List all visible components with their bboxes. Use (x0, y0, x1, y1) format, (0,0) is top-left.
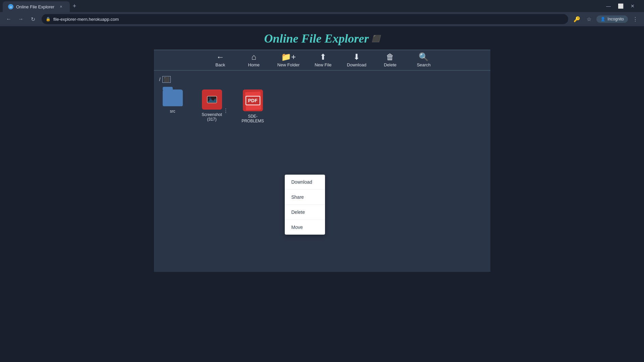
nav-controls: ← → ↻ (4, 14, 38, 24)
search-icon: 🔍 (419, 53, 429, 61)
home-label: Home (248, 62, 260, 67)
context-menu: Download Share Delete Move (285, 175, 325, 235)
search-label: Search (417, 62, 431, 67)
home-icon: ⌂ (252, 53, 257, 61)
app-title-icon: ⬛ (372, 35, 380, 43)
download-button[interactable]: ⬇ Download (346, 53, 367, 67)
tab-title: Online File Explorer (16, 4, 54, 9)
tab-bar: 🗂 Online File Explorer × + — ⬜ ✕ (0, 0, 644, 12)
download-label: Download (347, 62, 366, 67)
app-title-bar: Online File Explorer ⬛ (154, 26, 490, 50)
back-label: Back (215, 62, 225, 67)
file-item-pdf[interactable]: PDF SDE-PROBLEMS (238, 89, 268, 123)
delete-icon: 🗑 (386, 53, 394, 61)
reload-button[interactable]: ↻ (28, 14, 38, 24)
active-tab[interactable]: 🗂 Online File Explorer × (3, 1, 70, 12)
home-button[interactable]: ⌂ Home (244, 53, 264, 67)
file-name-src: src (170, 109, 175, 114)
new-folder-button[interactable]: 📁+ New Folder (277, 53, 300, 67)
new-folder-icon: 📁+ (281, 53, 296, 61)
image-icon-screenshot (202, 89, 222, 110)
context-menu-move[interactable]: Move (285, 220, 325, 235)
delete-button[interactable]: 🗑 Delete (380, 53, 400, 67)
app-title-text: Online File Explorer (264, 32, 369, 46)
browser-chrome: 🗂 Online File Explorer × + — ⬜ ✕ ← → ↻ 🔒… (0, 0, 644, 26)
tab-favicon: 🗂 (8, 4, 13, 9)
profile-button[interactable]: 👤 Incognito (596, 15, 628, 23)
file-item-src[interactable]: src (159, 89, 186, 114)
file-browser: / ⬛ src (154, 71, 490, 272)
file-grid: src Screenshot (317) ⋮ (159, 89, 485, 123)
new-file-label: New File (315, 62, 332, 67)
new-file-button[interactable]: ⬆ New File (313, 53, 333, 67)
extensions-icon[interactable]: ⋮ (631, 14, 640, 24)
app-background: Online File Explorer ⬛ ← Back ⌂ Home 📁+ … (0, 26, 644, 272)
new-folder-label: New Folder (277, 62, 300, 67)
pdf-icon: PDF (243, 89, 263, 111)
breadcrumb: / ⬛ (159, 76, 485, 83)
minimize-button[interactable]: — (605, 3, 612, 9)
profile-avatar: 👤 (600, 17, 605, 21)
file-item-screenshot[interactable]: Screenshot (317) ⋮ (197, 89, 227, 122)
new-file-icon: ⬆ (320, 53, 326, 61)
toolbar: ← Back ⌂ Home 📁+ New Folder ⬆ New File ⬇ (154, 50, 490, 70)
url-text: file-explorer-mern.herokuapp.com (53, 17, 119, 22)
back-nav-button[interactable]: ← (4, 14, 13, 24)
context-menu-share[interactable]: Share (285, 190, 325, 205)
breadcrumb-root[interactable]: / (159, 77, 161, 82)
browser-actions: 🔑 ☆ 👤 Incognito ⋮ (572, 14, 640, 24)
context-menu-delete[interactable]: Delete (285, 205, 325, 220)
app-wrapper: Online File Explorer ⬛ ← Back ⌂ Home 📁+ … (154, 26, 490, 272)
bookmark-icon[interactable]: ☆ (584, 14, 594, 24)
lock-icon: 🔒 (46, 17, 51, 21)
close-button[interactable]: ✕ (629, 3, 636, 9)
context-menu-download[interactable]: Download (285, 175, 325, 190)
profile-label: Incognito (607, 17, 624, 21)
tab-close-button[interactable]: × (58, 3, 64, 10)
maximize-button[interactable]: ⬜ (617, 3, 624, 9)
search-button[interactable]: 🔍 Search (414, 53, 434, 67)
file-name-pdf: SDE-PROBLEMS (238, 114, 268, 123)
window-controls: — ⬜ ✕ (605, 3, 641, 9)
key-icon: 🔑 (572, 14, 582, 24)
address-bar: ← → ↻ 🔒 file-explorer-mern.herokuapp.com… (0, 12, 644, 26)
file-menu-button-screenshot[interactable]: ⋮ (222, 107, 230, 115)
download-icon: ⬇ (353, 53, 360, 61)
back-icon: ← (216, 53, 224, 61)
new-tab-button[interactable]: + (70, 1, 79, 11)
back-button[interactable]: ← Back (210, 53, 230, 67)
forward-nav-button[interactable]: → (16, 14, 25, 24)
url-bar[interactable]: 🔒 file-explorer-mern.herokuapp.com (42, 14, 568, 24)
folder-icon-src (163, 89, 183, 106)
copy-path-button[interactable]: ⬛ (162, 76, 171, 83)
delete-label: Delete (384, 62, 396, 67)
